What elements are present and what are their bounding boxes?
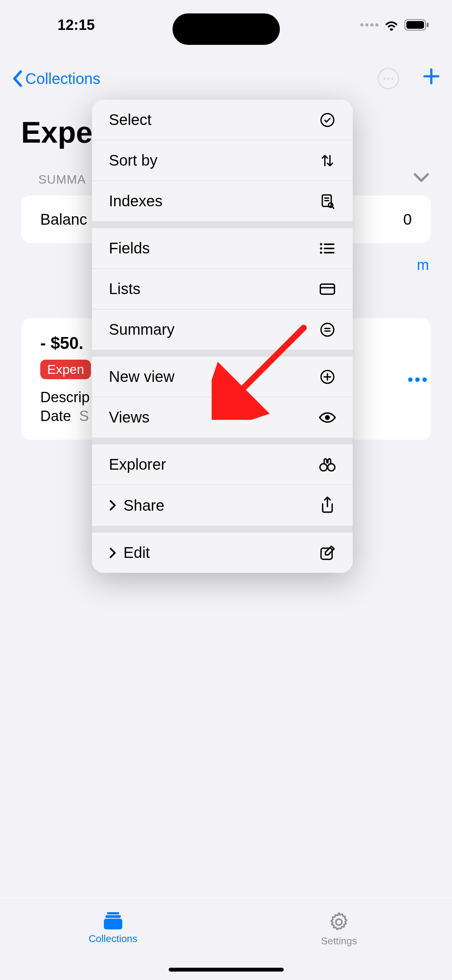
- item-more-button[interactable]: •••: [408, 370, 429, 389]
- svg-rect-17: [107, 912, 119, 914]
- menu-item-select[interactable]: Select: [92, 100, 353, 140]
- balance-value: 0: [403, 211, 412, 228]
- back-button[interactable]: Collections: [12, 70, 100, 87]
- binoculars-icon: [319, 457, 336, 472]
- menu-item-label: Edit: [123, 544, 319, 561]
- menu-item-indexes[interactable]: Indexes: [92, 181, 353, 221]
- menu-item-label: New view: [109, 368, 319, 385]
- svg-rect-2: [427, 23, 429, 27]
- chevron-down-icon: [414, 173, 429, 183]
- svg-point-10: [321, 323, 334, 336]
- menu-item-label: Sort by: [109, 152, 319, 169]
- balance-label: Balanc: [40, 211, 87, 228]
- equals-circle-icon: [319, 322, 336, 337]
- menu-item-label: Summary: [109, 321, 319, 338]
- battery-icon: [404, 19, 429, 31]
- menu-item-lists[interactable]: Lists: [92, 268, 353, 309]
- svg-rect-15: [321, 548, 332, 559]
- card-icon: [319, 282, 336, 296]
- tab-label: Settings: [321, 935, 357, 947]
- more-button[interactable]: [378, 68, 399, 89]
- sort-arrows-icon: [319, 153, 336, 168]
- home-indicator[interactable]: [169, 968, 284, 972]
- menu-item-sort-by[interactable]: Sort by: [92, 140, 353, 181]
- wifi-icon: [384, 19, 399, 31]
- summary-header: SUMMA: [38, 173, 86, 187]
- svg-rect-18: [105, 915, 121, 918]
- svg-point-3: [321, 113, 334, 126]
- menu-item-label: Select: [109, 111, 319, 128]
- ellipsis-icon: [383, 77, 393, 80]
- tab-label: Collections: [89, 933, 137, 945]
- chevron-left-icon: [12, 70, 23, 87]
- balance-link[interactable]: m: [417, 257, 429, 273]
- gear-icon: [328, 911, 350, 933]
- chevron-right-icon: [109, 500, 117, 511]
- eye-icon: [319, 411, 336, 424]
- dynamic-island: [173, 13, 280, 45]
- page-title: Expe: [21, 115, 92, 150]
- back-label: Collections: [25, 70, 100, 87]
- svg-point-8: [320, 252, 322, 254]
- share-icon: [319, 497, 336, 514]
- plus-icon: [422, 67, 440, 86]
- collections-icon: [102, 911, 124, 931]
- menu-item-edit[interactable]: Edit: [92, 533, 353, 573]
- svg-point-14: [328, 464, 335, 471]
- menu-item-label: Share: [123, 497, 319, 514]
- menu-item-label: Lists: [109, 280, 319, 298]
- menu-item-label: Indexes: [109, 192, 319, 210]
- menu-item-label: Fields: [109, 240, 319, 257]
- check-circle-icon: [319, 112, 336, 128]
- menu-item-views[interactable]: Views: [92, 397, 353, 437]
- menu-item-label: Views: [109, 409, 319, 426]
- item-tag: Expen: [40, 360, 91, 379]
- context-menu: SelectSort byIndexes FieldsListsSummary …: [92, 100, 353, 573]
- svg-point-12: [325, 415, 330, 420]
- plus-circle-icon: [319, 369, 336, 385]
- menu-item-explorer[interactable]: Explorer: [92, 444, 353, 485]
- svg-rect-19: [104, 919, 122, 929]
- menu-item-fields[interactable]: Fields: [92, 228, 353, 268]
- collapse-button[interactable]: [414, 173, 429, 184]
- add-button[interactable]: [422, 67, 440, 90]
- svg-rect-9: [321, 284, 335, 294]
- chevron-right-icon: [109, 547, 117, 559]
- cellular-icon: [360, 23, 378, 26]
- index-doc-icon: [319, 194, 336, 209]
- menu-item-new-view[interactable]: New view: [92, 357, 353, 397]
- pencil-square-icon: [319, 545, 336, 561]
- svg-point-6: [320, 243, 322, 245]
- status-time: 12:15: [58, 17, 95, 33]
- svg-point-13: [320, 464, 327, 471]
- svg-rect-1: [406, 21, 424, 29]
- list-lines-icon: [319, 241, 336, 256]
- menu-item-share[interactable]: Share: [92, 485, 353, 526]
- status-bar: 12:15: [0, 0, 452, 50]
- nav-bar: Collections: [0, 61, 452, 96]
- svg-point-7: [320, 247, 322, 250]
- menu-item-summary[interactable]: Summary: [92, 309, 353, 350]
- menu-item-label: Explorer: [109, 456, 319, 473]
- status-right: [360, 19, 429, 31]
